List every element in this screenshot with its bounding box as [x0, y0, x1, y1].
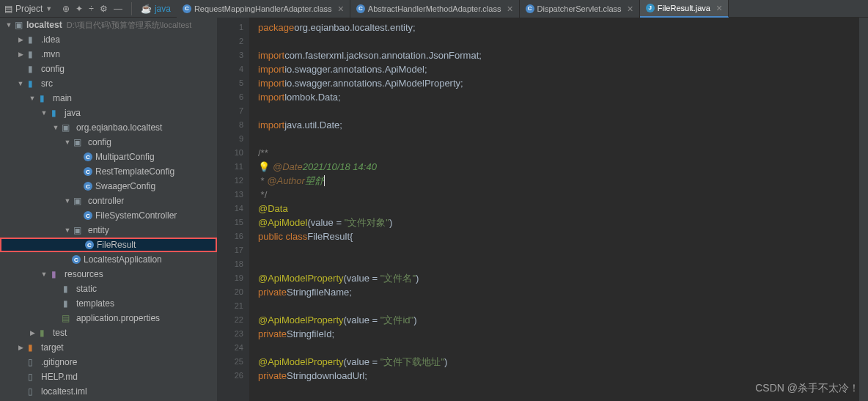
code-line[interactable]	[258, 299, 859, 313]
code-line[interactable]	[258, 257, 859, 271]
folder-icon: ▮	[25, 34, 35, 45]
chevron-down-icon[interactable]: ▼	[51, 124, 60, 131]
code-line[interactable]: /**	[258, 146, 859, 160]
tree-item[interactable]: ▮config	[0, 62, 217, 76]
code-line[interactable]: import java.util.Date;	[258, 118, 859, 132]
close-icon[interactable]: ×	[716, 2, 722, 14]
collapse-all-icon[interactable]: ÷	[89, 4, 94, 14]
editor-tab[interactable]: CRequestMappingHandlerAdapter.class×	[177, 0, 350, 18]
editor-tab[interactable]: CDispatcherServlet.class×	[520, 0, 640, 18]
code-line[interactable]: import com.fasterxml.jackson.annotation.…	[258, 48, 859, 62]
code-line[interactable]: private String downloadUrl;	[258, 369, 859, 383]
code-line[interactable]: @ApiModelProperty(value = "文件下载地址")	[258, 355, 859, 369]
code-line[interactable]: import io.swagger.annotations.ApiModelPr…	[258, 76, 859, 90]
tree-item-label: FileResult	[97, 240, 136, 250]
chevron-right-icon[interactable]: ▶	[16, 344, 25, 351]
tree-item[interactable]: ▼▣controller	[0, 194, 217, 208]
chevron-down-icon[interactable]: ▼	[63, 197, 72, 205]
tree-item[interactable]: CFileSystemController	[0, 208, 217, 223]
package-icon: ▣	[72, 196, 82, 206]
chevron-down-icon[interactable]: ▼	[63, 227, 72, 234]
editor-tab[interactable]: CAbstractHandlerMethodAdapter.class×	[350, 0, 520, 18]
close-icon[interactable]: ×	[628, 3, 633, 15]
code-line[interactable]: import lombok.Data;	[258, 90, 859, 104]
tree-root[interactable]: ▼ ▣ localtest D:\项目代码\预算管理系统\localtest	[0, 18, 217, 32]
tree-item-label: controller	[88, 196, 124, 206]
project-label-text: Project	[15, 4, 43, 14]
code-line[interactable]: public class FileResult {	[258, 229, 859, 243]
project-tree[interactable]: ▼ ▣ localtest D:\项目代码\预算管理系统\localtest ▶…	[0, 18, 217, 401]
chevron-right-icon[interactable]: ▶	[28, 329, 37, 336]
tree-item[interactable]: ▤application.properties	[0, 311, 217, 325]
class-icon: C	[84, 211, 92, 220]
code-line[interactable]: @Data	[258, 202, 859, 216]
tree-item[interactable]: ▯localtest.iml	[0, 384, 217, 399]
code-line[interactable]: import io.swagger.annotations.ApiModel;	[258, 62, 859, 76]
code-area[interactable]: package org.eqianbao.localtest.entity;im…	[249, 18, 859, 401]
file-icon: ▯	[25, 357, 35, 367]
chevron-down-icon[interactable]: ▼	[40, 109, 48, 117]
expand-all-icon[interactable]: ✦	[76, 4, 83, 14]
class-icon: C	[356, 4, 365, 13]
tree-item[interactable]: ▼▮src	[0, 76, 217, 91]
tree-item[interactable]: ▯HELP.md	[0, 369, 217, 384]
tab-label: FileResult.java	[658, 4, 710, 12]
code-line[interactable]	[258, 104, 859, 118]
tree-item-label: entity	[88, 225, 109, 235]
tree-item[interactable]: ▮templates	[0, 296, 217, 311]
hide-icon[interactable]: —	[114, 4, 122, 14]
tree-item[interactable]: ▼▮java	[0, 106, 217, 120]
code-line[interactable]: @ApiModel(value = "文件对象")	[258, 216, 859, 229]
chevron-down-icon[interactable]: ▼	[63, 139, 72, 146]
gutter[interactable]: 1234567891011121314151617181920212223242…	[217, 18, 249, 401]
tree-item[interactable]: ▼▣org.eqianbao.localtest	[0, 120, 217, 135]
project-tool-label[interactable]: ▤ Project ▼	[0, 4, 56, 14]
structure-breadcrumb[interactable]: ☕ java	[135, 4, 177, 14]
tree-item[interactable]: ▼▮resources	[0, 267, 217, 282]
code-line[interactable]: * @Author 望舒	[258, 174, 859, 188]
code-line[interactable]	[258, 34, 859, 48]
editor-scrollbar[interactable]	[859, 18, 868, 401]
tree-item[interactable]: ▯.gitignore	[0, 355, 217, 369]
settings-gear-icon[interactable]: ⚙	[100, 4, 108, 14]
divider	[131, 2, 132, 15]
tree-item[interactable]: ▶▮target	[0, 340, 217, 355]
tree-item-label: org.eqianbao.localtest	[76, 122, 162, 133]
tree-item[interactable]: ▮static	[0, 282, 217, 296]
tree-item[interactable]: CFileResult	[0, 238, 217, 252]
chevron-right-icon[interactable]: ▶	[16, 51, 25, 58]
tree-item[interactable]: ▶▮.idea	[0, 32, 217, 47]
tree-item[interactable]: ▶▮.mvn	[0, 47, 217, 62]
editor-tab[interactable]: JFileResult.java×	[640, 0, 729, 18]
close-icon[interactable]: ×	[507, 3, 512, 15]
code-line[interactable]	[258, 243, 859, 257]
chevron-down-icon[interactable]: ▼	[28, 95, 37, 102]
tree-item[interactable]: CMultipartConfig	[0, 150, 217, 164]
code-line[interactable]: @ApiModelProperty(value = "文件名")	[258, 271, 859, 285]
code-line[interactable]: @ApiModelProperty(value = "文件id")	[258, 313, 859, 327]
code-line[interactable]	[258, 341, 859, 355]
chevron-right-icon[interactable]: ▶	[16, 36, 25, 43]
code-line[interactable]: */	[258, 188, 859, 202]
tree-item[interactable]: ▼▣entity	[0, 223, 217, 238]
code-line[interactable]: private String fileName;	[258, 285, 859, 299]
code-line[interactable]	[258, 132, 859, 146]
tree-item[interactable]: CRestTemplateConfig	[0, 164, 217, 179]
chevron-down-icon[interactable]: ▼	[16, 80, 25, 87]
tree-item-label: templates	[76, 298, 114, 309]
tree-item[interactable]: ▶▮test	[0, 325, 217, 340]
tree-item[interactable]: CLocaltestApplication	[0, 252, 217, 267]
code-editor[interactable]: 1234567891011121314151617181920212223242…	[217, 18, 868, 401]
close-icon[interactable]: ×	[338, 3, 344, 15]
test-folder-icon: ▮	[37, 328, 47, 338]
properties-icon: ▤	[60, 313, 70, 323]
tree-item[interactable]: ▼▣config	[0, 135, 217, 150]
code-line[interactable]: package org.eqianbao.localtest.entity;	[258, 21, 859, 34]
select-opened-icon[interactable]: ⊕	[62, 4, 70, 14]
code-line[interactable]: 💡@Date 2021/10/18 14:40	[258, 160, 859, 174]
chevron-down-icon[interactable]: ▼	[40, 271, 48, 278]
top-toolbar: ▤ Project ▼ ⊕ ✦ ÷ ⚙ — ☕ java CRequestMap…	[0, 0, 868, 18]
tree-item[interactable]: ▼▮main	[0, 91, 217, 106]
code-line[interactable]: private String fileId;	[258, 327, 859, 341]
tree-item[interactable]: CSwaagerConfig	[0, 179, 217, 194]
